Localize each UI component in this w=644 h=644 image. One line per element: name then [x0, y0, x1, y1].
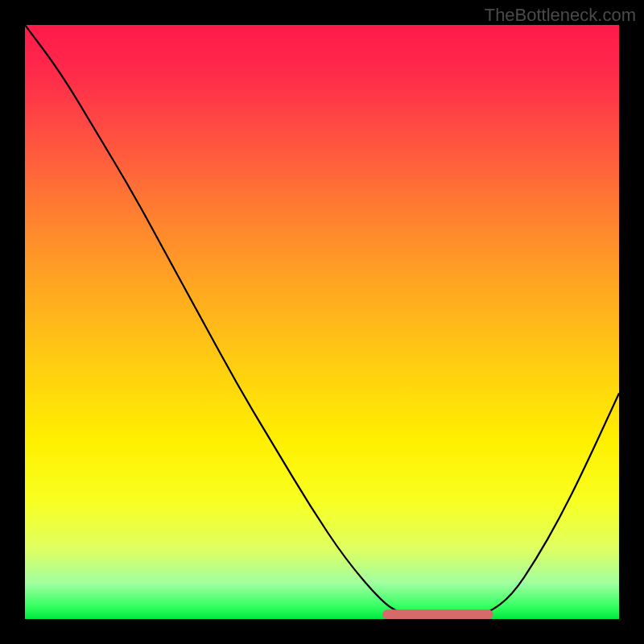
- chart-svg: [25, 25, 619, 619]
- watermark-text: TheBottleneck.com: [485, 5, 636, 26]
- chart-plot-area: [25, 25, 619, 619]
- bottleneck-curve-path: [25, 25, 619, 619]
